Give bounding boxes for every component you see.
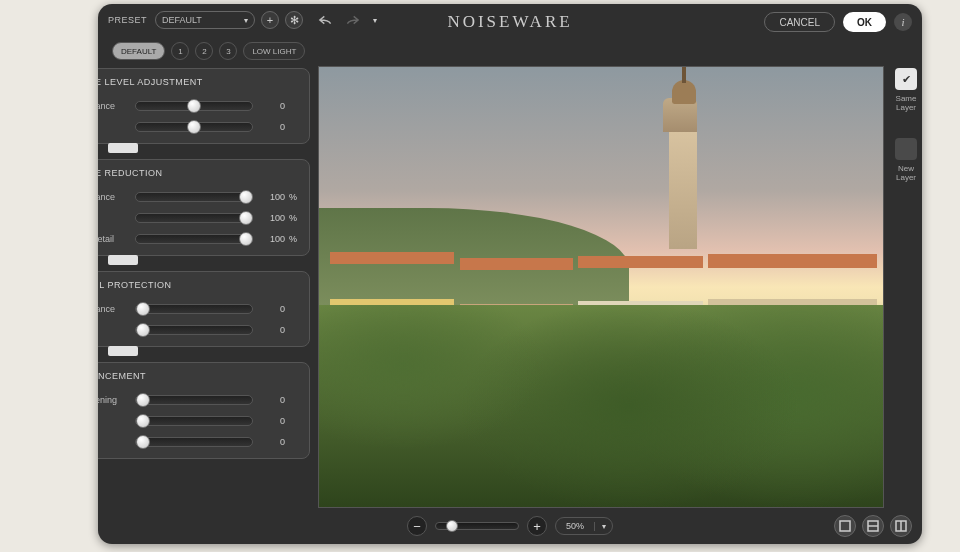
slider-thumb[interactable] [136,414,150,428]
slider-row: Luminance 0 [98,298,301,319]
slider-value: 0 [261,122,285,132]
slider-label: Luminance [98,101,131,111]
slider-label: Detail [98,416,131,426]
slider-label: Light [98,437,131,447]
bottom-toolbar: − + 50% ▾ [98,508,922,544]
slider-value: 0 [261,304,285,314]
slider-row: Fine Detail 100 % [98,228,301,249]
image-preview[interactable] [318,66,884,508]
dp-color-slider[interactable] [135,325,253,335]
history-dropdown[interactable]: ▾ [365,12,385,28]
slider-label: Sharpening [98,395,131,405]
panel-detail-protection: DETAIL PROTECTION Luminance 0 Color 0 [98,271,316,356]
preset-dropdown[interactable]: DEFAULT ▾ [155,11,255,29]
slider-label: Luminance [98,304,131,314]
slider-thumb[interactable] [136,323,150,337]
slider-thumb[interactable] [136,393,150,407]
color-slider[interactable] [135,122,253,132]
preset-label: PRESET [108,15,147,25]
zoom-in-button[interactable]: + [527,516,547,536]
slider-value: 100 [261,234,285,244]
slider-label: Fine Detail [98,234,131,244]
panel-noise-level: NOISE LEVEL ADJUSTMENT Luminance 0 Color… [98,68,316,153]
nr-luminance-slider[interactable] [135,192,253,202]
preset-settings-button[interactable]: ✻ [285,11,303,29]
slider-thumb[interactable] [136,302,150,316]
panel-title: NOISE REDUCTION [98,168,301,178]
chevron-down-icon: ▾ [594,522,612,531]
slider-label: Color [98,213,131,223]
panel-enhancement: ENHANCEMENT Sharpening 0 Detail 0 [98,362,316,459]
panel-drag-handle[interactable] [108,143,138,153]
redo-button[interactable] [341,12,361,28]
panel-title: DETAIL PROTECTION [98,280,301,290]
main-area: NOISE LEVEL ADJUSTMENT Luminance 0 Color… [98,66,922,508]
slider-thumb[interactable] [239,190,253,204]
slider-thumb[interactable] [446,520,458,532]
same-layer-button[interactable]: ✔ [895,68,917,90]
slider-row: Color 100 % [98,207,301,228]
slider-value: 0 [261,325,285,335]
cancel-button[interactable]: CANCEL [764,12,835,32]
slider-thumb[interactable] [187,99,201,113]
slider-value: 0 [261,101,285,111]
slider-value: 0 [261,395,285,405]
info-button[interactable]: i [894,13,912,31]
slider-value: 100 [261,213,285,223]
luminance-slider[interactable] [135,101,253,111]
chevron-down-icon: ▾ [244,16,248,25]
zoom-out-button[interactable]: − [407,516,427,536]
panel-drag-handle[interactable] [108,255,138,265]
tab-default[interactable]: DEFAULT [112,42,165,60]
slider-row: Light 0 [98,431,301,452]
slider-row: Color 0 [98,116,301,137]
undo-button[interactable] [317,12,337,28]
dp-luminance-slider[interactable] [135,304,253,314]
panel-drag-handle[interactable] [108,346,138,356]
panel-title: ENHANCEMENT [98,371,301,381]
view-split-h-button[interactable] [862,515,884,537]
zoom-value: 50% [556,521,594,531]
zoom-slider[interactable] [435,522,519,530]
slider-row: Luminance 0 [98,95,301,116]
slider-thumb[interactable] [239,211,253,225]
detail-slider[interactable] [135,416,253,426]
ok-button[interactable]: OK [843,12,886,32]
slider-unit: % [285,213,301,223]
slider-value: 100 [261,192,285,202]
slider-thumb[interactable] [239,232,253,246]
slider-row: Luminance 100 % [98,186,301,207]
view-split-v-button[interactable] [890,515,912,537]
slider-label: Luminance [98,192,131,202]
tab-1[interactable]: 1 [171,42,189,60]
controls-sidebar: NOISE LEVEL ADJUSTMENT Luminance 0 Color… [98,66,316,508]
preset-tabs: DEFAULT 1 2 3 LOW LIGHT [98,36,922,66]
slider-row: Sharpening 0 [98,389,301,410]
slider-unit: % [285,192,301,202]
same-layer-label: Same Layer [896,94,917,112]
sharpening-slider[interactable] [135,395,253,405]
slider-thumb[interactable] [187,120,201,134]
slider-label: Color [98,122,131,132]
app-window: PRESET DEFAULT ▾ + ✻ ▾ NOISEWARE CANCEL … [98,4,922,544]
panel-title: NOISE LEVEL ADJUSTMENT [98,77,301,87]
light-slider[interactable] [135,437,253,447]
nr-color-slider[interactable] [135,213,253,223]
slider-thumb[interactable] [136,435,150,449]
tab-low-light[interactable]: LOW LIGHT [243,42,305,60]
preview-pane [316,66,890,508]
svg-rect-0 [840,521,850,531]
preset-value: DEFAULT [162,15,202,25]
slider-row: Detail 0 [98,410,301,431]
tab-3[interactable]: 3 [219,42,237,60]
slider-value: 0 [261,437,285,447]
tab-2[interactable]: 2 [195,42,213,60]
nr-detail-slider[interactable] [135,234,253,244]
layer-sidebar: ✔ Same Layer New Layer [890,66,922,508]
zoom-select[interactable]: 50% ▾ [555,517,613,535]
add-preset-button[interactable]: + [261,11,279,29]
slider-value: 0 [261,416,285,426]
view-single-button[interactable] [834,515,856,537]
new-layer-label: New Layer [896,164,916,182]
new-layer-button[interactable] [895,138,917,160]
